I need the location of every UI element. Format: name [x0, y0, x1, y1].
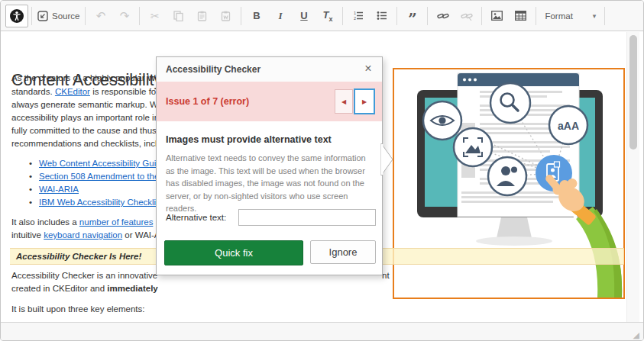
- table-icon: [515, 11, 526, 21]
- format-dropdown[interactable]: Format ▾: [539, 6, 601, 26]
- unlink-icon: [461, 11, 473, 21]
- paragraph-line[interactable]: fully committed to the cause and thus: [11, 125, 157, 136]
- numbered-list-icon: 12: [353, 11, 364, 21]
- underline-button[interactable]: U: [292, 6, 316, 26]
- bold-icon: B: [253, 10, 260, 21]
- toolbar-separator: [342, 7, 343, 25]
- dialog-header[interactable]: Accessibility Checker ×: [157, 57, 382, 82]
- next-icon: ▶: [362, 98, 367, 105]
- toolbar-separator: [31, 7, 32, 25]
- ckeditor-window: Source ↶ ↷ ✂ B I U Tx 12 ”: [0, 0, 644, 341]
- previous-issue-button[interactable]: ◀: [335, 89, 353, 114]
- paragraph-line[interactable]: accessibility plays an important role in: [11, 112, 159, 123]
- toolbar-separator: [241, 7, 241, 25]
- paragraph-line[interactable]: always generate semantic markup. We: [11, 99, 163, 110]
- italic-icon: I: [278, 10, 282, 22]
- monitor-base: [476, 236, 552, 246]
- cut-button: ✂: [143, 6, 167, 26]
- user-icon: [488, 157, 526, 195]
- paragraph-line[interactable]: standards. CKEditor is responsible for: [11, 86, 159, 97]
- toolbar-separator: [536, 7, 536, 25]
- issue-description: Alternative text needs to convey the sam…: [166, 152, 377, 215]
- copy-icon: [173, 11, 183, 21]
- svg-text:2: 2: [354, 16, 356, 21]
- accessibility-checker-dialog: Accessibility Checker × Issue 1 of 7 (er…: [156, 56, 383, 275]
- italic-button[interactable]: I: [268, 6, 292, 26]
- editor-toolbar: Source ↶ ↷ ✂ B I U Tx 12 ”: [1, 1, 643, 31]
- toolbar-separator: [427, 7, 428, 25]
- inline-link[interactable]: Section 508 Amendment to the: [39, 172, 159, 181]
- accessibility-checker-button[interactable]: [5, 5, 28, 27]
- previous-icon: ◀: [341, 98, 346, 105]
- paste-from-word-icon: [221, 11, 231, 21]
- cut-icon: ✂: [150, 10, 160, 22]
- issue-counter: Issue 1 of 7 (error): [166, 82, 249, 121]
- redo-button: ↷: [112, 6, 136, 26]
- source-button-label: Source: [52, 11, 79, 21]
- list-item[interactable]: •WAI-ARIA: [29, 184, 79, 195]
- scrollbar-thumb[interactable]: [629, 35, 637, 150]
- unlink-button: [455, 6, 478, 26]
- underline-icon: U: [300, 10, 307, 21]
- paragraph-line[interactable]: It is built upon three key elements:: [11, 304, 145, 314]
- inline-link[interactable]: WAI-ARIA: [39, 185, 79, 194]
- link-button[interactable]: [431, 6, 455, 26]
- svg-text:aAA: aAA: [558, 120, 579, 132]
- issue-bar: Issue 1 of 7 (error) ◀ ▶: [157, 82, 382, 121]
- inline-link[interactable]: keyboard navigation: [44, 230, 122, 240]
- dialog-title: Accessibility Checker: [166, 57, 261, 82]
- editor-bottom-bar: ◢: [1, 322, 643, 340]
- paragraph-line[interactable]: Accessibility Checker is an innovative: [11, 270, 157, 281]
- chevron-down-icon: ▾: [593, 12, 597, 20]
- bullet-icon: •: [29, 171, 39, 182]
- vertical-scrollbar[interactable]: [626, 32, 639, 323]
- inline-bold: immediately: [107, 284, 157, 293]
- paragraph-line[interactable]: It also includes a number of features: [11, 217, 153, 227]
- paragraph-fragment[interactable]: nt: [382, 270, 390, 281]
- next-issue-button[interactable]: ▶: [354, 88, 375, 114]
- paste-from-word-button: [214, 6, 238, 26]
- remove-format-button[interactable]: Tx: [316, 6, 339, 26]
- toolbar-separator: [481, 7, 482, 25]
- bullet-icon: •: [29, 158, 39, 169]
- accessibility-icon: [9, 8, 24, 24]
- table-button[interactable]: [509, 6, 532, 26]
- inline-link[interactable]: IBM Web Accessibility Checklist: [39, 198, 163, 207]
- paste-button: [190, 6, 214, 26]
- paragraph-line[interactable]: intuitive keyboard navigation or WAI-ARI…: [11, 230, 175, 240]
- image-icon: [491, 11, 503, 21]
- numbered-list-button[interactable]: 12: [346, 6, 370, 26]
- undo-button: ↶: [89, 6, 112, 26]
- blockquote-button[interactable]: ”: [400, 3, 424, 29]
- svg-text:1: 1: [354, 11, 356, 15]
- toolbar-separator: [604, 7, 605, 25]
- monitor-stand: [497, 217, 532, 238]
- toolbar-separator: [139, 7, 140, 25]
- bold-button[interactable]: B: [244, 6, 268, 26]
- blockquote-icon: ”: [408, 15, 417, 23]
- search-icon: [490, 83, 530, 123]
- link-icon: [437, 11, 449, 21]
- resize-grip-icon[interactable]: ◢: [633, 331, 639, 339]
- bullet-icon: •: [29, 184, 39, 195]
- inline-link[interactable]: number of features: [79, 217, 154, 227]
- image-button[interactable]: [485, 6, 509, 26]
- toolbar-separator: [396, 7, 397, 25]
- paragraph-line[interactable]: created in CKEditor and immediately: [11, 283, 158, 294]
- list-item[interactable]: •IBM Web Accessibility Checklist: [29, 197, 163, 207]
- paste-icon: [197, 11, 207, 21]
- inline-link[interactable]: CKEditor: [55, 87, 90, 96]
- close-icon[interactable]: ×: [361, 62, 375, 76]
- bullet-icon: •: [29, 197, 39, 207]
- alternative-text-input[interactable]: [238, 209, 376, 226]
- bulleted-list-button[interactable]: [370, 6, 393, 26]
- quick-fix-button[interactable]: Quick fix: [164, 240, 303, 265]
- ignore-button[interactable]: Ignore: [310, 240, 376, 264]
- source-icon: [37, 11, 48, 21]
- format-dropdown-label: Format: [545, 11, 572, 21]
- undo-icon: ↶: [96, 9, 106, 23]
- source-button[interactable]: Source: [35, 6, 82, 26]
- copy-button: [167, 6, 190, 26]
- list-item[interactable]: •Section 508 Amendment to the: [29, 171, 159, 182]
- toolbar-separator: [85, 7, 86, 25]
